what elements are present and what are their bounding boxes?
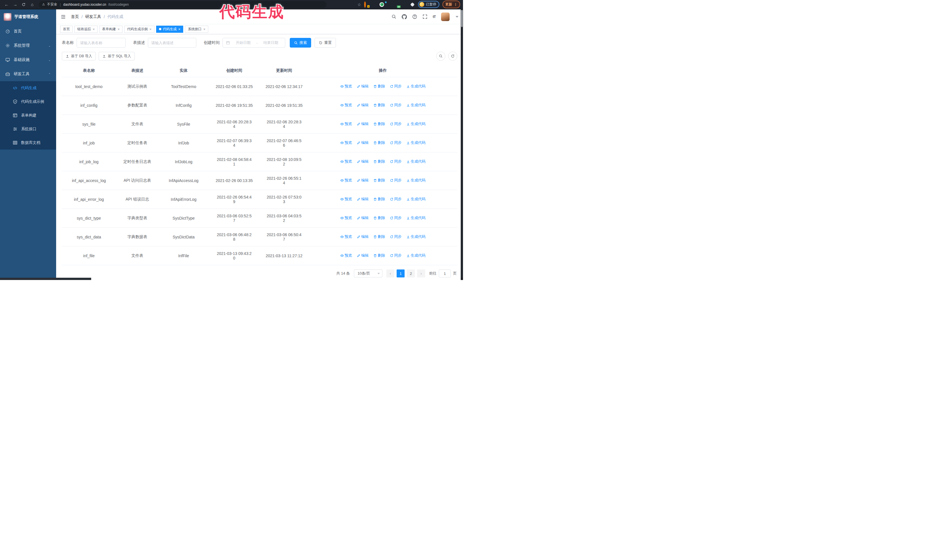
- action-生成代码[interactable]: 生成代码: [406, 215, 426, 220]
- sidebar-item-数据库文档[interactable]: 数据库文档: [0, 136, 56, 149]
- action-编辑[interactable]: 编辑: [357, 159, 369, 164]
- action-同步[interactable]: 同步: [390, 234, 402, 239]
- table-row[interactable]: inf_config参数配置表InfConfig2021-02-06 19:51…: [62, 96, 457, 115]
- table-desc-input[interactable]: [148, 38, 196, 48]
- breadcrumb-home[interactable]: 首页: [71, 14, 79, 20]
- action-生成代码[interactable]: 生成代码: [406, 178, 426, 183]
- browser-forward-button[interactable]: →: [11, 1, 19, 8]
- browser-update-button[interactable]: 更新 ⋮: [442, 1, 460, 8]
- action-编辑[interactable]: 编辑: [357, 84, 369, 89]
- action-同步[interactable]: 同步: [390, 178, 402, 183]
- action-编辑[interactable]: 编辑: [357, 234, 369, 239]
- import-db-button[interactable]: 基于 DB 导入: [62, 52, 96, 60]
- action-编辑[interactable]: 编辑: [357, 253, 369, 258]
- search-button[interactable]: 搜索: [290, 38, 311, 48]
- close-icon[interactable]: ×: [92, 27, 95, 31]
- action-同步[interactable]: 同步: [390, 103, 402, 108]
- table-row[interactable]: sys_dict_data字典数据表SysDictData2021-03-06 …: [62, 228, 457, 246]
- github-icon[interactable]: [402, 14, 407, 20]
- action-生成代码[interactable]: 生成代码: [406, 196, 426, 202]
- breadcrumb-dev-tools[interactable]: 研发工具: [85, 14, 101, 20]
- scrollbar-thumb[interactable]: [461, 10, 463, 27]
- action-编辑[interactable]: 编辑: [357, 178, 369, 183]
- table-row[interactable]: sys_file文件表SysFile2021-02-06 20:28:3 420…: [62, 115, 457, 134]
- action-同步[interactable]: 同步: [390, 121, 402, 127]
- next-page-button[interactable]: ›: [417, 269, 425, 278]
- extension-octopus-icon[interactable]: [402, 2, 407, 7]
- extension-refresh-icon[interactable]: 1: [364, 2, 369, 7]
- sidebar-item-代码生成示例[interactable]: 代码生成示例: [0, 95, 56, 109]
- page-button-1[interactable]: 1: [396, 269, 405, 278]
- sidebar-item-研发工具[interactable]: 研发工具⌃: [0, 67, 56, 81]
- close-icon[interactable]: ×: [203, 27, 206, 31]
- browser-profile-button[interactable]: 已暂停: [418, 1, 439, 8]
- search-icon[interactable]: [392, 14, 396, 19]
- close-icon[interactable]: ×: [149, 27, 151, 31]
- action-编辑[interactable]: 编辑: [357, 196, 369, 202]
- action-生成代码[interactable]: 生成代码: [406, 140, 426, 145]
- help-icon[interactable]: [412, 14, 417, 19]
- action-同步[interactable]: 同步: [390, 84, 402, 89]
- extension-gem-icon[interactable]: [372, 2, 377, 7]
- action-删除[interactable]: 删除: [373, 159, 385, 164]
- extensions-puzzle-icon[interactable]: [410, 2, 415, 7]
- toggle-search-button[interactable]: [436, 51, 445, 61]
- action-预览[interactable]: 预览: [340, 84, 352, 89]
- action-预览[interactable]: 预览: [340, 234, 352, 239]
- action-预览[interactable]: 预览: [340, 196, 352, 202]
- action-编辑[interactable]: 编辑: [357, 140, 369, 145]
- browser-back-button[interactable]: ←: [3, 1, 10, 8]
- action-编辑[interactable]: 编辑: [357, 103, 369, 108]
- action-删除[interactable]: 删除: [373, 196, 385, 202]
- prev-page-button[interactable]: ‹: [386, 269, 394, 278]
- tab-代码生成示例[interactable]: 代码生成示例×: [124, 26, 154, 33]
- extension-proxy-icon[interactable]: on: [395, 2, 399, 7]
- table-row[interactable]: sys_dict_type字典类型表SysDictType2021-03-06 …: [62, 209, 457, 228]
- close-icon[interactable]: ×: [179, 27, 181, 31]
- sidebar-item-首页[interactable]: 首页: [0, 24, 56, 38]
- close-icon[interactable]: ×: [118, 27, 120, 31]
- action-生成代码[interactable]: 生成代码: [406, 84, 426, 89]
- action-预览[interactable]: 预览: [340, 253, 352, 258]
- action-删除[interactable]: 删除: [373, 234, 385, 239]
- action-生成代码[interactable]: 生成代码: [406, 121, 426, 127]
- tab-链路追踪[interactable]: 链路追踪×: [74, 26, 98, 33]
- sidebar-item-系统接口[interactable]: 系统接口: [0, 122, 56, 136]
- action-生成代码[interactable]: 生成代码: [406, 159, 426, 164]
- action-生成代码[interactable]: 生成代码: [406, 234, 426, 239]
- vertical-scrollbar[interactable]: [461, 9, 463, 280]
- table-row[interactable]: inf_api_access_logAPI 访问日志表InfApiAccessL…: [62, 171, 457, 190]
- action-删除[interactable]: 删除: [373, 178, 385, 183]
- action-编辑[interactable]: 编辑: [357, 215, 369, 220]
- browser-home-button[interactable]: ⌂: [29, 1, 36, 8]
- action-同步[interactable]: 同步: [390, 253, 402, 258]
- action-预览[interactable]: 预览: [340, 140, 352, 145]
- action-删除[interactable]: 删除: [373, 103, 385, 108]
- table-name-input[interactable]: [77, 38, 126, 48]
- page-button-2[interactable]: 2: [407, 269, 415, 278]
- action-同步[interactable]: 同步: [390, 159, 402, 164]
- sidebar-collapse-button[interactable]: [61, 14, 66, 20]
- reset-button[interactable]: 重置: [315, 38, 336, 48]
- action-预览[interactable]: 预览: [340, 178, 352, 183]
- bookmark-star-icon[interactable]: ☆: [357, 2, 361, 7]
- horizontal-scrollbar[interactable]: [0, 278, 91, 280]
- action-生成代码[interactable]: 生成代码: [406, 103, 426, 108]
- app-logo-row[interactable]: 芋道管理系统: [0, 9, 56, 24]
- tab-代码生成[interactable]: 代码生成×: [156, 26, 183, 33]
- sidebar-item-基础设施[interactable]: 基础设施⌄: [0, 53, 56, 67]
- action-同步[interactable]: 同步: [390, 215, 402, 220]
- action-删除[interactable]: 删除: [373, 253, 385, 258]
- action-预览[interactable]: 预览: [340, 159, 352, 164]
- action-删除[interactable]: 删除: [373, 84, 385, 89]
- user-avatar[interactable]: [441, 12, 449, 21]
- table-row[interactable]: inf_file文件表InfFile2021-03-13 09:43:2 020…: [62, 246, 457, 265]
- action-同步[interactable]: 同步: [390, 140, 402, 145]
- table-row[interactable]: inf_job定时任务表InfJob2021-02-07 06:39:3 420…: [62, 134, 457, 152]
- sidebar-item-代码生成[interactable]: 代码生成: [0, 81, 56, 95]
- goto-page-input[interactable]: [439, 269, 451, 278]
- table-row[interactable]: inf_api_error_logAPI 错误日志InfApiErrorLog2…: [62, 190, 457, 209]
- tab-系统接口[interactable]: 系统接口×: [185, 26, 208, 33]
- extension-green-check-icon[interactable]: [380, 2, 384, 7]
- action-预览[interactable]: 预览: [340, 121, 352, 127]
